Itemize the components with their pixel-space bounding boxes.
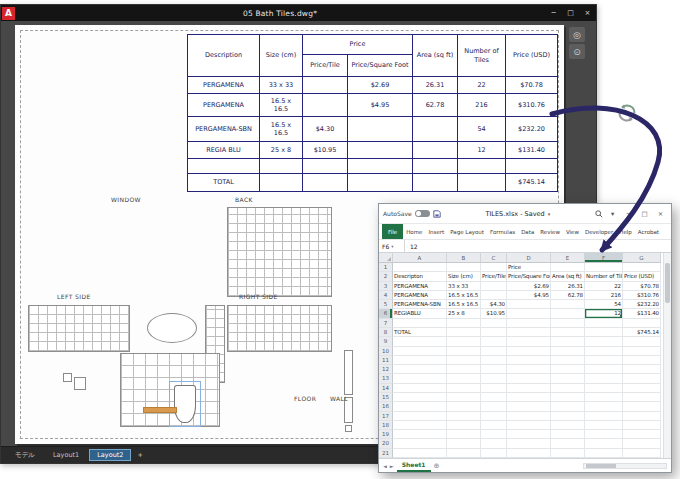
cell-C7[interactable] — [481, 319, 507, 328]
cell-G12[interactable] — [623, 365, 661, 374]
formula-input[interactable]: 12 — [405, 243, 418, 250]
search-icon[interactable] — [595, 210, 603, 218]
cell-C10[interactable] — [481, 347, 507, 356]
cell-E7[interactable] — [551, 319, 585, 328]
cell-E2[interactable]: Area (sq ft) — [551, 272, 585, 281]
cell-C18[interactable] — [481, 421, 507, 430]
column-header-B[interactable]: B — [447, 253, 481, 263]
cell-F20[interactable] — [585, 439, 623, 448]
save-icon[interactable] — [433, 210, 441, 218]
cell-D15[interactable] — [507, 393, 551, 402]
row-header-6[interactable]: 6 — [379, 309, 393, 318]
cell-F4[interactable]: 216 — [585, 291, 623, 300]
cell-A10[interactable] — [393, 347, 447, 356]
row-header-7[interactable]: 7 — [379, 319, 393, 328]
cell-B20[interactable] — [447, 439, 481, 448]
cell-D10[interactable] — [507, 347, 551, 356]
row-header-13[interactable]: 13 — [379, 374, 393, 383]
cell-F15[interactable] — [585, 393, 623, 402]
ribbon-tab-file[interactable]: File — [382, 224, 403, 239]
cell-F19[interactable] — [585, 430, 623, 439]
cell-A3[interactable]: PERGAMENA — [393, 282, 447, 291]
cell-E18[interactable] — [551, 421, 585, 430]
cell-E10[interactable] — [551, 347, 585, 356]
cell-A14[interactable] — [393, 384, 447, 393]
cell-C12[interactable] — [481, 365, 507, 374]
autocad-maximize-button[interactable]: □ — [562, 5, 579, 21]
cell-E16[interactable] — [551, 402, 585, 411]
cell-C13[interactable] — [481, 374, 507, 383]
tab-layout1[interactable]: Layout1 — [45, 449, 87, 461]
row-header-4[interactable]: 4 — [379, 291, 393, 300]
row-header-12[interactable]: 12 — [379, 365, 393, 374]
name-box[interactable]: F6 ▾ — [379, 240, 405, 252]
cell-B8[interactable] — [447, 328, 481, 337]
row-header-15[interactable]: 15 — [379, 393, 393, 402]
cell-F16[interactable] — [585, 402, 623, 411]
cell-B16[interactable] — [447, 402, 481, 411]
cell-D2[interactable]: Price/Square Foot — [507, 272, 551, 281]
row-header-11[interactable]: 11 — [379, 356, 393, 365]
cell-B12[interactable] — [447, 365, 481, 374]
cell-B18[interactable] — [447, 421, 481, 430]
cell-G8[interactable]: $745.14 — [623, 328, 661, 337]
cell-G19[interactable] — [623, 430, 661, 439]
cell-E14[interactable] — [551, 384, 585, 393]
cell-G14[interactable] — [623, 384, 661, 393]
cell-C1[interactable] — [481, 263, 507, 272]
sheet-nav-next-icon[interactable]: ► — [390, 463, 394, 469]
cell-C16[interactable] — [481, 402, 507, 411]
excel-maximize-button[interactable]: □ — [638, 210, 651, 218]
row-header-10[interactable]: 10 — [379, 347, 393, 356]
cell-F5[interactable]: 54 — [585, 300, 623, 309]
cell-C17[interactable] — [481, 412, 507, 421]
ribbon-display-options-button[interactable]: ▾ — [606, 210, 619, 218]
cell-B9[interactable] — [447, 337, 481, 346]
cell-E19[interactable] — [551, 430, 585, 439]
autosave-toggle[interactable] — [415, 210, 430, 217]
cell-B17[interactable] — [447, 412, 481, 421]
cell-A15[interactable] — [393, 393, 447, 402]
cell-B4[interactable]: 16.5 x 16.5 — [447, 291, 481, 300]
cell-C9[interactable] — [481, 337, 507, 346]
column-header-D[interactable]: D — [507, 253, 551, 263]
cell-D14[interactable] — [507, 384, 551, 393]
new-layout-button[interactable]: + — [133, 449, 146, 461]
cell-G10[interactable] — [623, 347, 661, 356]
cell-E12[interactable] — [551, 365, 585, 374]
cell-D8[interactable] — [507, 328, 551, 337]
cell-F12[interactable] — [585, 365, 623, 374]
cell-F6[interactable]: 12 — [585, 309, 623, 318]
cell-F11[interactable] — [585, 356, 623, 365]
row-header-3[interactable]: 3 — [379, 282, 393, 291]
cell-E3[interactable]: 26.31 — [551, 282, 585, 291]
ribbon-tab-page-layout[interactable]: Page Layout — [447, 224, 487, 239]
cell-E17[interactable] — [551, 412, 585, 421]
cell-G9[interactable] — [623, 337, 661, 346]
cell-E13[interactable] — [551, 374, 585, 383]
row-header-5[interactable]: 5 — [379, 300, 393, 309]
row-header-1[interactable]: 1 — [379, 263, 393, 272]
vertical-scrollbar[interactable] — [663, 253, 671, 458]
cell-G4[interactable]: $310.76 — [623, 291, 661, 300]
column-header-G[interactable]: G — [623, 253, 661, 263]
cell-B5[interactable]: 16.5 x 16.5 — [447, 300, 481, 309]
cell-C4[interactable] — [481, 291, 507, 300]
cell-D11[interactable] — [507, 356, 551, 365]
column-header-A[interactable]: A — [393, 253, 447, 263]
cell-B1[interactable] — [447, 263, 481, 272]
cell-D5[interactable] — [507, 300, 551, 309]
cell-F1[interactable] — [585, 263, 623, 272]
cell-A9[interactable] — [393, 337, 447, 346]
cell-A13[interactable] — [393, 374, 447, 383]
scrollbar-thumb[interactable] — [665, 263, 670, 303]
cell-C2[interactable]: Price/Tile — [481, 272, 507, 281]
cell-G18[interactable] — [623, 421, 661, 430]
row-header-20[interactable]: 20 — [379, 439, 393, 448]
cell-E6[interactable] — [551, 309, 585, 318]
cell-E5[interactable] — [551, 300, 585, 309]
sheet-tab-sheet1[interactable]: Sheet1 — [397, 459, 431, 472]
cell-D1[interactable]: Price — [507, 263, 551, 272]
cell-G1[interactable] — [623, 263, 661, 272]
cell-E9[interactable] — [551, 337, 585, 346]
